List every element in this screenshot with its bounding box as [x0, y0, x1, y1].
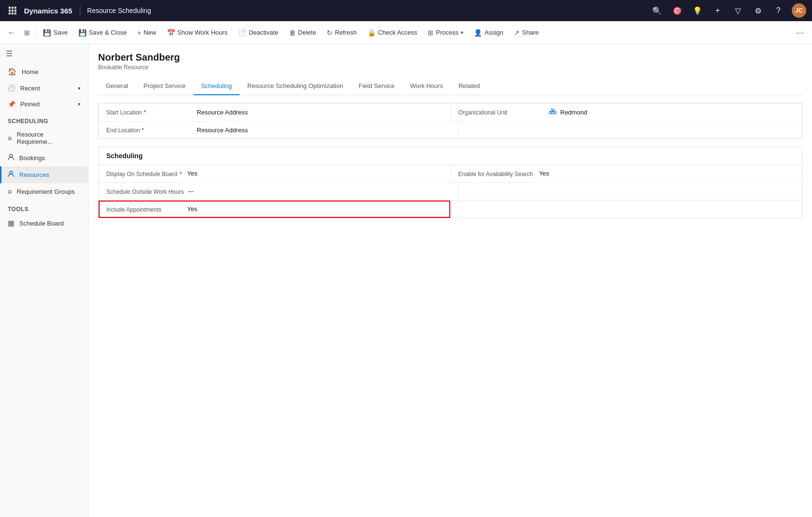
- svg-rect-7: [12, 13, 13, 14]
- svg-rect-6: [9, 13, 11, 14]
- end-location-required: *: [141, 127, 144, 134]
- tab-general[interactable]: General: [98, 77, 136, 95]
- start-location-required: *: [143, 109, 146, 116]
- scheduling-section-header: Scheduling: [99, 147, 802, 165]
- tabs: General Project Service Scheduling Resou…: [98, 77, 802, 95]
- include-appointments-label: Include Appointments: [106, 205, 183, 213]
- app-name: Dynamics 365: [24, 7, 72, 15]
- tab-related[interactable]: Related: [451, 77, 488, 95]
- tab-field-service[interactable]: Field Service: [351, 77, 402, 95]
- help-icon[interactable]: ?: [772, 4, 785, 17]
- new-icon: +: [137, 29, 141, 37]
- form-view-icon[interactable]: ⊞: [20, 26, 34, 39]
- end-location-value: Resource Address: [197, 126, 248, 134]
- schedule-outside-label: Schedule Outside Work Hours: [106, 188, 184, 195]
- settings-icon[interactable]: ⚙: [751, 4, 765, 17]
- svg-rect-13: [551, 112, 554, 114]
- add-icon[interactable]: +: [711, 4, 724, 17]
- deactivate-button[interactable]: 📄 Deactivate: [233, 26, 283, 39]
- sidebar-item-bookings[interactable]: Bookings: [0, 150, 88, 166]
- save-close-icon: 💾: [78, 29, 87, 37]
- sidebar-item-schedule-board[interactable]: ▦ Schedule Board: [0, 214, 88, 232]
- org-unit-value[interactable]: Redmond: [560, 109, 587, 116]
- sidebar: ☰ 🏠 Home 🕐 Recent ▾ 📌 Pinned ▾ Schedulin…: [0, 44, 89, 517]
- svg-rect-4: [12, 10, 13, 12]
- svg-point-10: [10, 171, 13, 174]
- content-area: Norbert Sandberg Bookable Resource Gener…: [89, 44, 812, 517]
- svg-rect-14: [554, 112, 557, 114]
- req-groups-icon: ≡: [8, 188, 12, 196]
- tab-scheduling[interactable]: Scheduling: [193, 77, 240, 95]
- sidebar-item-resource-requirements[interactable]: ≡ Resource Requireme...: [0, 126, 88, 150]
- process-icon: ⊞: [428, 29, 433, 37]
- svg-rect-0: [9, 7, 11, 9]
- show-work-hours-button[interactable]: 📅 Show Work Hours: [162, 26, 233, 39]
- deactivate-icon: 📄: [238, 29, 246, 37]
- goal-icon[interactable]: 🎯: [671, 4, 684, 17]
- start-location-value: Resource Address: [197, 109, 248, 116]
- sidebar-item-requirement-groups[interactable]: ≡ Requirement Groups: [0, 183, 88, 200]
- topbar: Dynamics 365 Resource Scheduling 🔍 🎯 💡 +…: [0, 0, 812, 21]
- resource-req-icon: ≡: [8, 134, 12, 142]
- tab-resource-scheduling-optimization[interactable]: Resource Scheduling Optimization: [240, 77, 351, 95]
- save-close-button[interactable]: 💾 Save & Close: [74, 26, 132, 39]
- check-access-icon: 🔒: [368, 29, 376, 37]
- search-icon[interactable]: 🔍: [650, 4, 664, 17]
- sidebar-item-home[interactable]: 🏠 Home: [0, 63, 88, 80]
- org-unit-label: Organizational Unit: [458, 109, 545, 116]
- tab-project-service[interactable]: Project Service: [136, 77, 193, 95]
- recent-chevron: ▾: [78, 86, 80, 91]
- tab-work-hours[interactable]: Work Hours: [403, 77, 451, 95]
- enable-availability-value: Yes: [539, 170, 549, 177]
- refresh-button[interactable]: ↻ Refresh: [322, 26, 362, 39]
- refresh-icon: ↻: [327, 29, 332, 37]
- scheduling-section: Scheduling Display On Schedule Board * Y…: [98, 147, 802, 218]
- filter-icon[interactable]: ▽: [731, 4, 745, 17]
- more-options-button[interactable]: ⋯: [792, 25, 808, 41]
- svg-point-9: [10, 154, 13, 157]
- assign-button[interactable]: 👤 Assign: [469, 26, 508, 39]
- check-access-button[interactable]: 🔒 Check Access: [363, 26, 422, 39]
- save-icon: 💾: [43, 29, 51, 37]
- module-name: Resource Scheduling: [87, 7, 151, 14]
- delete-button[interactable]: 🗑 Delete: [284, 26, 321, 39]
- calendar-icon: 📅: [167, 29, 175, 37]
- sidebar-item-pinned[interactable]: 📌 Pinned ▾: [0, 96, 88, 112]
- recent-icon: 🕐: [8, 85, 15, 92]
- pinned-icon: 📌: [8, 101, 15, 108]
- display-on-board-label: Display On Schedule Board *: [106, 170, 183, 177]
- enable-availability-label: Enable for Availability Search: [458, 170, 535, 177]
- sidebar-item-resources[interactable]: Resources: [0, 166, 88, 183]
- sidebar-item-recent[interactable]: 🕐 Recent ▾: [0, 80, 88, 96]
- bulb-icon[interactable]: 💡: [691, 4, 704, 17]
- svg-rect-12: [549, 112, 551, 114]
- delete-icon: 🗑: [289, 29, 296, 37]
- cmd-separator-1: [36, 27, 36, 38]
- topbar-icons: 🔍 🎯 💡 + ▽ ⚙ ? JC: [650, 3, 806, 18]
- svg-rect-1: [12, 7, 13, 9]
- svg-rect-5: [14, 10, 16, 12]
- display-on-board-value: Yes: [187, 170, 197, 177]
- schedule-outside-value: ---: [188, 188, 194, 195]
- svg-rect-11: [551, 108, 554, 110]
- topbar-separator: [80, 6, 80, 15]
- assign-icon: 👤: [474, 29, 482, 37]
- commandbar: ← ⊞ 💾 Save 💾 Save & Close + New 📅 Show W…: [0, 21, 812, 44]
- share-icon: ↗: [514, 29, 520, 37]
- org-unit-icon: [549, 108, 557, 116]
- resources-icon: [8, 171, 14, 179]
- svg-rect-8: [14, 13, 16, 14]
- svg-rect-2: [14, 7, 16, 9]
- avatar[interactable]: JC: [792, 3, 806, 18]
- back-button[interactable]: ←: [4, 25, 19, 40]
- sidebar-hamburger[interactable]: ☰: [0, 44, 88, 63]
- new-button[interactable]: + New: [132, 26, 161, 39]
- svg-rect-3: [9, 10, 11, 12]
- save-button[interactable]: 💾 Save: [38, 26, 73, 39]
- process-button[interactable]: ⊞ Process ▾: [423, 26, 468, 39]
- record-type: Bookable Resource: [98, 64, 802, 71]
- pinned-chevron: ▾: [78, 101, 80, 107]
- share-button[interactable]: ↗ Share: [509, 26, 544, 39]
- waffle-menu[interactable]: [6, 4, 19, 17]
- home-icon: 🏠: [8, 67, 17, 76]
